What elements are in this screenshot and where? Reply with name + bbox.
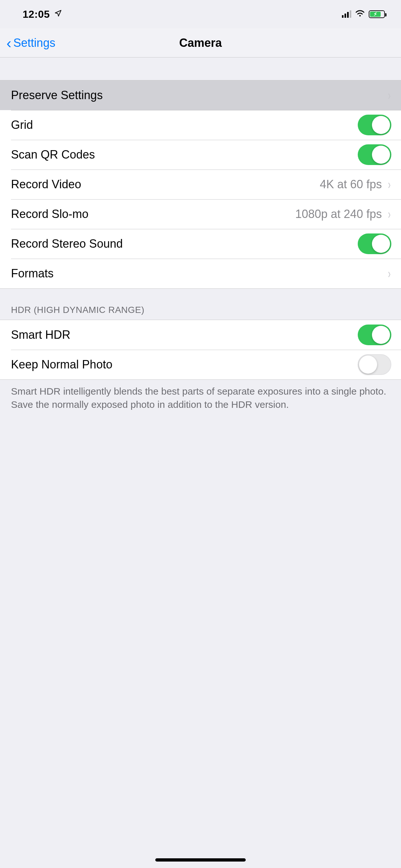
page-title: Camera: [0, 36, 401, 50]
chevron-right-icon: ›: [388, 267, 390, 280]
row-formats[interactable]: Formats ›: [0, 259, 401, 288]
row-label: Keep Normal Photo: [11, 358, 112, 371]
status-bar: 12:05 ⚡︎: [0, 0, 401, 28]
status-time-area: 12:05: [23, 8, 62, 20]
chevron-right-icon: ›: [388, 208, 390, 221]
nav-header: ‹ Settings Camera: [0, 28, 401, 58]
toggle-record-stereo[interactable]: [358, 234, 391, 254]
row-label: Record Video: [11, 178, 81, 191]
wifi-icon: [355, 10, 365, 19]
toggle-smart-hdr[interactable]: [358, 324, 391, 345]
row-scan-qr: Scan QR Codes: [0, 140, 401, 169]
row-preserve-settings[interactable]: Preserve Settings ›: [0, 81, 401, 110]
chevron-right-icon: ›: [388, 178, 390, 191]
status-right: ⚡︎: [342, 10, 385, 19]
chevron-right-icon: ›: [388, 89, 390, 102]
row-label: Record Stereo Sound: [11, 237, 123, 251]
row-label: Grid: [11, 118, 33, 132]
row-record-video[interactable]: Record Video 4K at 60 fps ›: [0, 169, 401, 199]
back-button[interactable]: ‹ Settings: [6, 28, 55, 57]
section-header-hdr: HDR (HIGH DYNAMIC RANGE): [0, 289, 401, 320]
settings-group-hdr: Smart HDR Keep Normal Photo: [0, 320, 401, 380]
row-smart-hdr: Smart HDR: [0, 320, 401, 350]
row-record-slomo[interactable]: Record Slo-mo 1080p at 240 fps ›: [0, 199, 401, 229]
row-label: Scan QR Codes: [11, 148, 95, 161]
toggle-grid[interactable]: [358, 115, 391, 135]
row-grid: Grid: [0, 110, 401, 140]
cellular-icon: [342, 11, 351, 18]
row-value: 4K at 60 fps: [320, 178, 382, 191]
settings-group-main: Preserve Settings › Grid Scan QR Codes R…: [0, 80, 401, 289]
row-record-stereo: Record Stereo Sound: [0, 229, 401, 259]
location-icon: [54, 9, 62, 20]
home-indicator[interactable]: [155, 858, 246, 862]
row-keep-normal: Keep Normal Photo: [0, 350, 401, 379]
row-label: Smart HDR: [11, 328, 70, 342]
row-value: 1080p at 240 fps: [295, 207, 382, 221]
toggle-scan-qr[interactable]: [358, 144, 391, 165]
row-label: Formats: [11, 267, 54, 280]
row-label: Preserve Settings: [11, 89, 103, 102]
back-label: Settings: [13, 36, 55, 50]
row-label: Record Slo-mo: [11, 207, 89, 221]
chevron-left-icon: ‹: [6, 35, 11, 51]
battery-icon: ⚡︎: [369, 10, 385, 18]
charging-bolt-icon: ⚡︎: [374, 11, 377, 17]
status-time: 12:05: [23, 8, 50, 20]
toggle-keep-normal[interactable]: [358, 354, 391, 375]
section-footer-hdr: Smart HDR intelligently blends the best …: [0, 380, 401, 411]
